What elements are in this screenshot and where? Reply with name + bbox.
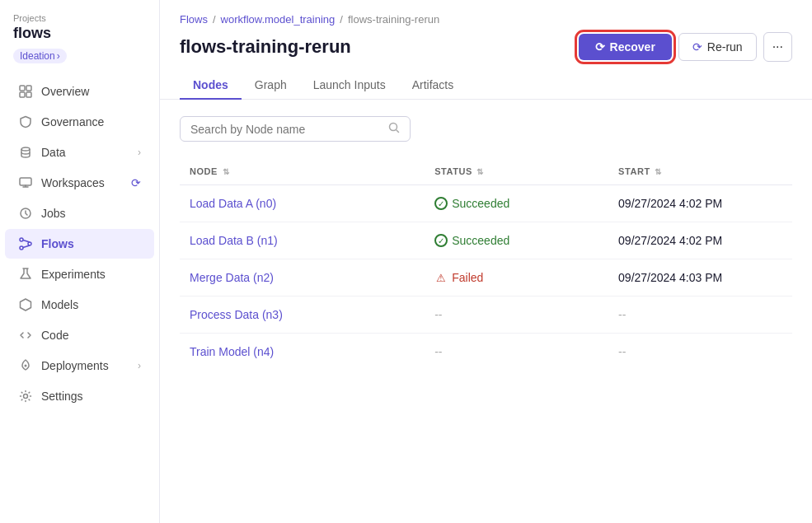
- breadcrumb-sep2: /: [340, 13, 343, 26]
- sidebar-nav: Overview Governance Data › Workspaces ⟳: [0, 70, 159, 523]
- svg-point-9: [20, 246, 23, 250]
- badge-chevron: ›: [57, 50, 60, 62]
- monitor-icon: [18, 175, 33, 190]
- success-icon: ✓: [434, 197, 448, 210]
- sidebar-item-models[interactable]: Models: [5, 290, 154, 320]
- table-cell-start: 09/27/2024 4:02 PM: [608, 222, 792, 259]
- tab-launch-inputs-label: Launch Inputs: [313, 78, 386, 91]
- sidebar-item-overview[interactable]: Overview: [5, 77, 154, 106]
- table-cell-status: ✓Succeeded: [425, 185, 608, 222]
- rocket-icon: [18, 358, 33, 373]
- sidebar: Projects flows Ideation › Overview Gover…: [0, 0, 160, 523]
- header-actions: ⟳ Recover ⟳ Re-run ···: [579, 32, 792, 62]
- sidebar-header: Projects flows Ideation ›: [0, 0, 159, 70]
- table-cell-status: ⚠Failed: [425, 259, 608, 297]
- sidebar-item-experiments[interactable]: Experiments: [5, 259, 154, 289]
- flows-icon: [18, 236, 33, 251]
- tab-launch-inputs[interactable]: Launch Inputs: [300, 72, 399, 100]
- data-label: Data: [41, 146, 129, 159]
- node-link[interactable]: Train Model (n4): [190, 345, 274, 358]
- tab-graph-label: Graph: [255, 78, 287, 91]
- svg-point-11: [24, 395, 28, 399]
- svg-rect-3: [26, 92, 31, 97]
- table-row: Merge Data (n2)⚠Failed09/27/2024 4:03 PM: [180, 259, 792, 297]
- breadcrumb-current: flows-training-rerun: [348, 13, 439, 26]
- success-icon: ✓: [434, 234, 448, 247]
- table-cell-status: ✓Succeeded: [425, 222, 608, 259]
- models-label: Models: [41, 298, 141, 311]
- experiments-label: Experiments: [41, 268, 141, 281]
- code-label: Code: [41, 329, 141, 342]
- table-row: Load Data B (n1)✓Succeeded09/27/2024 4:0…: [180, 222, 792, 259]
- sidebar-item-flows[interactable]: Flows: [5, 229, 154, 259]
- models-icon: [18, 297, 33, 312]
- settings-label: Settings: [41, 390, 141, 403]
- more-button[interactable]: ···: [763, 32, 792, 62]
- flows-label: Flows: [41, 237, 141, 250]
- table-row: Load Data A (n0)✓Succeeded09/27/2024 4:0…: [180, 185, 792, 222]
- sidebar-item-settings[interactable]: Settings: [5, 381, 154, 411]
- deployments-arrow-icon: ›: [138, 360, 141, 371]
- node-link[interactable]: Load Data A (n0): [190, 197, 276, 210]
- svg-rect-5: [20, 178, 31, 185]
- sidebar-item-code[interactable]: Code: [5, 320, 154, 350]
- status-sort-icon[interactable]: ⇅: [476, 167, 484, 176]
- search-input[interactable]: [190, 123, 382, 136]
- status-succeeded: ✓Succeeded: [434, 197, 598, 210]
- more-icon: ···: [772, 40, 783, 54]
- svg-point-10: [25, 365, 27, 367]
- sidebar-item-workspaces[interactable]: Workspaces ⟳: [5, 168, 154, 198]
- page-title: flows-training-rerun: [180, 36, 351, 58]
- sidebar-item-data[interactable]: Data ›: [5, 138, 154, 167]
- sidebar-item-governance[interactable]: Governance: [5, 107, 154, 137]
- sidebar-item-jobs[interactable]: Jobs: [5, 198, 154, 228]
- table-cell-node: Train Model (n4): [180, 334, 425, 371]
- table-cell-start: 09/27/2024 4:03 PM: [608, 259, 792, 297]
- tab-graph[interactable]: Graph: [242, 72, 300, 100]
- node-sort-icon[interactable]: ⇅: [223, 167, 230, 176]
- tab-artifacts[interactable]: Artifacts: [399, 72, 467, 100]
- deployments-label: Deployments: [41, 359, 129, 372]
- main-header: Flows / workflow.model_training / flows-…: [160, 0, 812, 100]
- clock-icon: [18, 206, 33, 221]
- table-body: Load Data A (n0)✓Succeeded09/27/2024 4:0…: [180, 185, 792, 371]
- node-link[interactable]: Merge Data (n2): [190, 271, 274, 284]
- tab-nodes[interactable]: Nodes: [180, 72, 242, 100]
- database-icon: [18, 145, 33, 160]
- tab-artifacts-label: Artifacts: [412, 78, 454, 91]
- node-link[interactable]: Load Data B (n1): [190, 234, 278, 247]
- svg-point-8: [28, 242, 31, 245]
- governance-label: Governance: [41, 115, 141, 128]
- refresh-icon: ⟳: [131, 176, 141, 189]
- breadcrumb-workflow-link[interactable]: workflow.model_training: [221, 13, 336, 26]
- header-row: flows-training-rerun ⟳ Recover ⟳ Re-run …: [180, 32, 792, 62]
- grid-icon: [18, 84, 33, 99]
- workspaces-label: Workspaces: [41, 176, 123, 189]
- svg-point-12: [390, 124, 397, 131]
- data-arrow-icon: ›: [138, 147, 141, 158]
- sidebar-item-deployments[interactable]: Deployments ›: [5, 351, 154, 381]
- svg-rect-2: [20, 92, 25, 97]
- table-cell-start: --: [608, 297, 792, 334]
- svg-rect-0: [20, 86, 25, 91]
- badge-label: Ideation: [20, 50, 55, 62]
- search-bar[interactable]: [180, 116, 411, 142]
- table-row: Train Model (n4)----: [180, 334, 792, 371]
- status-na: --: [434, 345, 442, 358]
- col-status-header: STATUS ⇅: [425, 158, 608, 185]
- overview-label: Overview: [41, 85, 141, 98]
- table-cell-start: 09/27/2024 4:02 PM: [608, 185, 792, 222]
- status-succeeded: ✓Succeeded: [434, 234, 598, 247]
- node-link[interactable]: Process Data (n3): [190, 308, 283, 321]
- start-sort-icon[interactable]: ⇅: [655, 167, 662, 176]
- svg-point-4: [21, 147, 30, 151]
- tab-nodes-label: Nodes: [193, 78, 228, 91]
- code-icon: [18, 328, 33, 343]
- recover-button[interactable]: ⟳ Recover: [579, 34, 672, 60]
- rerun-label: Re-run: [707, 40, 743, 54]
- ideation-badge[interactable]: Ideation ›: [13, 49, 67, 63]
- breadcrumb: Flows / workflow.model_training / flows-…: [180, 13, 792, 26]
- rerun-button[interactable]: ⟳ Re-run: [678, 33, 757, 61]
- table-cell-node: Merge Data (n2): [180, 259, 425, 297]
- breadcrumb-flows-link[interactable]: Flows: [180, 13, 208, 26]
